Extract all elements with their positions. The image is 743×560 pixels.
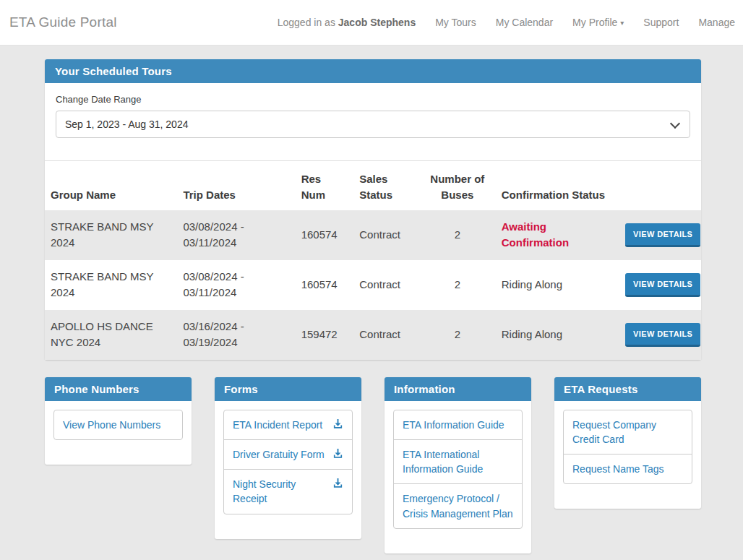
tours-table: Group Name Trip Dates Res Num Sales Stat…	[45, 160, 701, 360]
cell-trip-dates: 03/08/2024 - 03/11/2024	[177, 210, 295, 260]
nav-manage[interactable]: Manage	[698, 17, 735, 28]
col-res-num: Res Num	[296, 161, 354, 210]
logged-in-status: Logged in as Jacob Stephens	[278, 17, 416, 28]
brand-title: ETA Guide Portal	[9, 14, 117, 30]
date-range-select-wrap: Sep 1, 2023 - Aug 31, 2024	[56, 111, 690, 138]
table-row: APOLLO HS DANCE NYC 2024 03/16/2024 - 03…	[45, 310, 701, 360]
col-group-name: Group Name	[45, 161, 177, 210]
download-icon	[332, 448, 343, 459]
cell-res-num: 159472	[296, 310, 354, 360]
eta-requests-panel: ETA Requests Request Company Credit Card…	[554, 377, 701, 509]
caret-down-icon: ▾	[620, 19, 624, 27]
eta-incident-report-link[interactable]: ETA Incident Report	[224, 410, 352, 440]
forms-panel: Forms ETA Incident Report Driver Gratuit…	[215, 377, 361, 539]
cell-trip-dates: 03/08/2024 - 03/11/2024	[177, 260, 295, 310]
col-number-of-buses: Number of Buses	[419, 161, 496, 210]
nav-my-profile[interactable]: My Profile▾	[572, 17, 624, 28]
request-name-tags-link[interactable]: Request Name Tags	[564, 455, 692, 483]
table-header-row: Group Name Trip Dates Res Num Sales Stat…	[45, 161, 701, 210]
date-range-label: Change Date Range	[56, 94, 690, 105]
user-name: Jacob Stephens	[338, 17, 416, 28]
eta-requests-title: ETA Requests	[554, 377, 701, 401]
nav-my-tours[interactable]: My Tours	[435, 17, 476, 28]
cell-num-buses: 2	[419, 260, 496, 310]
col-sales-status: Sales Status	[353, 161, 419, 210]
scheduled-tours-panel: Your Scheduled Tours Change Date Range S…	[45, 59, 701, 360]
cell-confirmation-status: Riding Along	[496, 260, 619, 310]
cell-confirmation-status: Awaiting Confirmation	[496, 210, 619, 260]
cell-confirmation-status: Riding Along	[496, 310, 619, 360]
eta-information-guide-link[interactable]: ETA Information Guide	[394, 410, 522, 440]
col-trip-dates: Trip Dates	[177, 161, 295, 210]
request-company-credit-card-link[interactable]: Request Company Credit Card	[564, 410, 692, 455]
phone-numbers-panel: Phone Numbers View Phone Numbers	[45, 377, 192, 465]
top-navigation-bar: ETA Guide Portal Logged in as Jacob Step…	[0, 0, 743, 46]
table-row: STRAKE BAND MSY 2024 03/08/2024 - 03/11/…	[45, 260, 701, 310]
cell-num-buses: 2	[419, 210, 496, 260]
nav-my-calendar[interactable]: My Calendar	[496, 17, 553, 28]
view-details-button[interactable]: VIEW DETAILS	[625, 273, 700, 297]
cell-num-buses: 2	[419, 310, 496, 360]
cell-group-name: STRAKE BAND MSY 2024	[45, 210, 177, 260]
view-details-button[interactable]: VIEW DETAILS	[625, 323, 700, 347]
eta-international-information-guide-link[interactable]: ETA International Information Guide	[394, 440, 522, 485]
information-title: Information	[385, 377, 531, 401]
night-security-receipt-link[interactable]: Night Security Receipt	[224, 470, 352, 514]
cell-sales-status: Contract	[353, 210, 419, 260]
download-icon	[332, 418, 343, 429]
cell-res-num: 160574	[296, 210, 354, 260]
cell-sales-status: Contract	[353, 260, 419, 310]
view-phone-numbers-link[interactable]: View Phone Numbers	[54, 410, 182, 439]
date-range-select[interactable]: Sep 1, 2023 - Aug 31, 2024	[56, 111, 690, 138]
forms-title: Forms	[215, 377, 361, 401]
view-details-button[interactable]: VIEW DETAILS	[625, 223, 700, 247]
col-confirmation-status: Confirmation Status	[496, 161, 619, 210]
cell-group-name: APOLLO HS DANCE NYC 2024	[45, 310, 177, 360]
scheduled-tours-title: Your Scheduled Tours	[45, 59, 701, 83]
col-actions	[619, 161, 701, 210]
nav-support[interactable]: Support	[643, 17, 679, 28]
cell-res-num: 160574	[296, 260, 354, 310]
cell-sales-status: Contract	[353, 310, 419, 360]
cell-trip-dates: 03/16/2024 - 03/19/2024	[177, 310, 295, 360]
phone-numbers-title: Phone Numbers	[45, 377, 192, 401]
cell-group-name: STRAKE BAND MSY 2024	[45, 260, 177, 310]
table-row: STRAKE BAND MSY 2024 03/08/2024 - 03/11/…	[45, 210, 701, 260]
emergency-protocol-link[interactable]: Emergency Protocol / Crisis Management P…	[394, 484, 522, 528]
information-panel: Information ETA Information Guide ETA In…	[385, 377, 531, 553]
download-icon	[332, 478, 343, 488]
top-nav-links: Logged in as Jacob Stephens My Tours My …	[278, 17, 735, 28]
driver-gratuity-form-link[interactable]: Driver Gratuity Form	[224, 440, 352, 470]
